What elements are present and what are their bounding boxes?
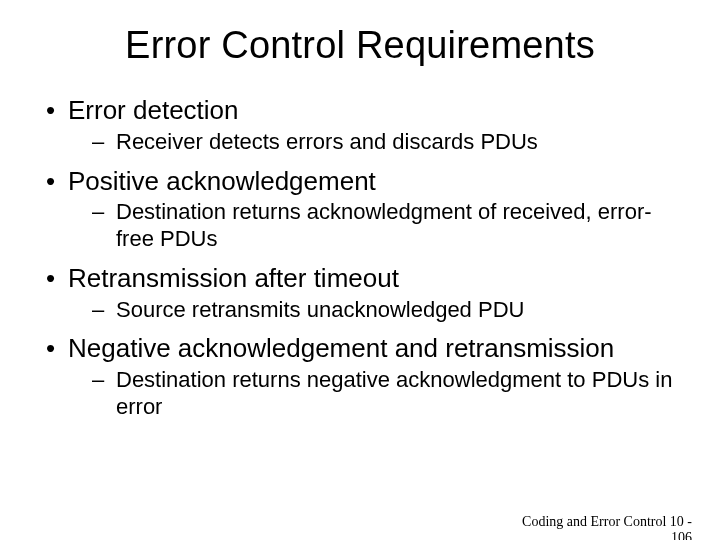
list-item: Positive acknowledgement Destination ret… (44, 166, 676, 253)
bullet-text: Positive acknowledgement (68, 166, 376, 196)
sub-bullet-text: Destination returns negative acknowledgm… (116, 367, 672, 419)
bullet-list: Error detection Receiver detects errors … (44, 95, 676, 421)
list-item: Receiver detects errors and discards PDU… (68, 129, 676, 156)
sub-bullet-text: Source retransmits unacknowledged PDU (116, 297, 524, 322)
list-item: Negative acknowledgement and retransmiss… (44, 333, 676, 420)
sub-list: Receiver detects errors and discards PDU… (68, 129, 676, 156)
sub-bullet-text: Receiver detects errors and discards PDU… (116, 129, 538, 154)
bullet-text: Error detection (68, 95, 239, 125)
list-item: Source retransmits unacknowledged PDU (68, 297, 676, 324)
slide: Error Control Requirements Error detecti… (0, 24, 720, 540)
list-item: Destination returns negative acknowledgm… (68, 367, 676, 421)
bullet-text: Negative acknowledgement and retransmiss… (68, 333, 614, 363)
list-item: Error detection Receiver detects errors … (44, 95, 676, 156)
slide-footer: Coding and Error Control 10 - 106 (522, 514, 692, 540)
slide-title: Error Control Requirements (0, 24, 720, 67)
footer-text-line2: 106 (671, 530, 692, 540)
sub-list: Destination returns acknowledgment of re… (68, 199, 676, 253)
sub-list: Source retransmits unacknowledged PDU (68, 297, 676, 324)
list-item: Destination returns acknowledgment of re… (68, 199, 676, 253)
list-item: Retransmission after timeout Source retr… (44, 263, 676, 324)
slide-content: Error detection Receiver detects errors … (0, 95, 720, 421)
footer-text-line1: Coding and Error Control 10 - (522, 514, 692, 529)
sub-bullet-text: Destination returns acknowledgment of re… (116, 199, 652, 251)
sub-list: Destination returns negative acknowledgm… (68, 367, 676, 421)
bullet-text: Retransmission after timeout (68, 263, 399, 293)
